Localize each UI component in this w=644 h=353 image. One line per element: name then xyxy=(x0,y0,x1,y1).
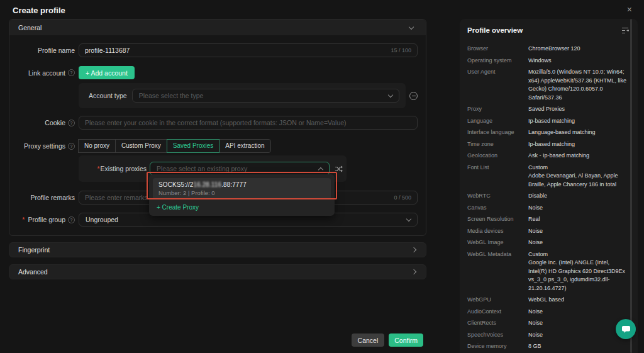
overview-row: AudioContext Noise xyxy=(467,308,629,317)
page-title: Create profile xyxy=(13,6,65,15)
overview-row-value: Ip-based matching xyxy=(528,117,629,126)
section-general-label: General xyxy=(18,24,42,31)
overview-row-value: Real xyxy=(528,215,629,224)
overview-row-label: Proxy xyxy=(467,105,528,114)
overview-row-value: Noise xyxy=(528,331,629,340)
profile-overview-panel: Profile overview Browser ChromeBrowser 1… xyxy=(460,19,638,353)
confirm-button[interactable]: Confirm xyxy=(389,333,423,347)
overview-row: WebRTC Disable xyxy=(467,192,629,201)
overview-row: SpeechVoices Noise xyxy=(467,331,629,340)
cancel-button[interactable]: Cancel xyxy=(352,333,385,347)
remove-account-icon[interactable] xyxy=(409,92,418,100)
overview-row: Device memory 8 GB xyxy=(467,342,629,351)
collapse-panel-icon[interactable] xyxy=(621,27,629,34)
overview-row: User Agent Mozilla/5.0 (Windows NT 10.0;… xyxy=(467,68,629,102)
chevron-right-icon xyxy=(411,247,416,252)
chevron-down-icon xyxy=(406,216,411,221)
overview-row-label: User Agent xyxy=(467,68,528,102)
overview-row: Browser ChromeBrowser 120 xyxy=(467,45,629,53)
overview-row-label: Geolocation xyxy=(467,152,528,160)
overview-row-value: Language-based matching xyxy=(528,128,629,137)
create-profile-form: General Profile name 15 / 100 Link accou… xyxy=(9,19,426,279)
proxy-option-meta: Number: 2 | Profile: 0 xyxy=(158,189,325,196)
overview-row-value: Noise xyxy=(528,238,629,247)
profile-group-label: * Profile group ? xyxy=(9,216,75,223)
overview-row: Operating system Windows xyxy=(467,57,629,65)
overview-row-value: Mozilla/5.0 (Windows NT 10.0; Win64; x64… xyxy=(528,68,629,102)
overview-row-value: Custom Google Inc. (Intel) ANGLE (Intel,… xyxy=(528,250,629,293)
overview-row: WebGL Metadata Custom Google Inc. (Intel… xyxy=(467,250,629,293)
overview-row-value: Ip-based matching xyxy=(528,140,629,149)
cookie-input[interactable] xyxy=(85,119,411,126)
overview-row: Screen Resolution Real xyxy=(467,215,629,224)
create-proxy-link[interactable]: + Create Proxy xyxy=(149,199,335,211)
link-account-label: Link account ? xyxy=(9,69,75,77)
overview-row: Media devices Noise xyxy=(467,227,629,236)
add-account-button[interactable]: + Add account xyxy=(79,66,135,79)
account-type-select[interactable]: Please select the type xyxy=(132,89,399,103)
overview-row: Proxy Saved Proxies xyxy=(467,105,629,114)
overview-row: Geolocation Ask - Ip-based matching xyxy=(467,152,629,160)
overview-row: Language Ip-based matching xyxy=(467,117,629,126)
dialog-footer: Cancel Confirm xyxy=(9,333,426,347)
overview-row-value: ChromeBrowser 120 xyxy=(528,45,629,53)
section-general-header[interactable]: General xyxy=(9,20,426,35)
proxy-mode-tab[interactable]: Custom Proxy xyxy=(115,139,167,153)
cookie-field-wrap xyxy=(79,116,418,130)
chevron-down-icon xyxy=(388,92,393,98)
overview-row-label: Canvas xyxy=(467,204,528,213)
info-icon[interactable]: ? xyxy=(68,120,75,126)
scrollbar[interactable] xyxy=(630,19,632,353)
overview-row: WebGPU WebGL based xyxy=(467,296,629,305)
overview-rows: Browser ChromeBrowser 120 Operating syst… xyxy=(467,45,629,353)
shuffle-proxy-icon[interactable] xyxy=(335,165,343,173)
proxy-mode-tab[interactable]: Saved Proxies xyxy=(167,139,219,153)
proxy-mode-tab[interactable]: No proxy xyxy=(78,139,116,153)
profile-name-counter: 15 / 100 xyxy=(391,47,411,53)
overview-row-label: Font List xyxy=(467,164,528,189)
section-fingerprint-header[interactable]: Fingerprint xyxy=(9,242,426,257)
proxy-option[interactable]: SOCKS5://216.28.116.88:7777 Number: 2 | … xyxy=(153,178,331,199)
close-icon[interactable]: × xyxy=(627,5,632,14)
overview-row: Canvas Noise xyxy=(467,204,629,213)
overview-row: WebGL Image Noise xyxy=(467,238,629,247)
overview-row-value: Noise xyxy=(528,319,629,328)
info-icon[interactable]: ? xyxy=(68,69,75,76)
overview-row-label: WebGL Image xyxy=(467,238,528,247)
overview-row-value: Noise xyxy=(528,227,629,236)
existing-proxies-select[interactable]: Please select an existing proxy xyxy=(150,162,330,176)
profile-name-field-wrap: 15 / 100 xyxy=(79,43,418,57)
proxy-settings-label: Proxy settings ? xyxy=(9,142,75,150)
overview-row-value: 8 GB xyxy=(528,342,629,351)
section-advanced-header[interactable]: Advanced xyxy=(9,264,426,279)
overview-row-value: Ask - Ip-based matching xyxy=(528,152,629,160)
overview-row-label: Time zone xyxy=(467,140,528,149)
cookie-label: Cookie ? xyxy=(9,119,75,126)
overview-row-value: Custom Adobe Devanagari, Al Bayan, Apple… xyxy=(528,164,629,189)
chat-icon xyxy=(621,325,631,333)
overview-row-value: Disable xyxy=(528,192,629,201)
proxy-dropdown: SOCKS5://216.28.116.88:7777 Number: 2 | … xyxy=(149,174,335,216)
chat-fab[interactable] xyxy=(616,319,636,339)
overview-row-value: WebGL based xyxy=(528,296,629,305)
overview-row-value: Noise xyxy=(528,308,629,317)
profile-name-input[interactable] xyxy=(85,47,386,54)
section-fingerprint-label: Fingerprint xyxy=(18,246,50,254)
overview-row-label: Interface language xyxy=(467,128,528,137)
overview-row-label: WebGPU xyxy=(467,296,528,305)
overview-row: Interface language Language-based matchi… xyxy=(467,128,629,137)
overview-row: Time zone Ip-based matching xyxy=(467,140,629,149)
chevron-down-icon xyxy=(409,24,414,29)
overview-row-label: WebRTC xyxy=(467,192,528,201)
chevron-right-icon xyxy=(411,269,416,274)
proxy-mode-tab[interactable]: API extraction xyxy=(219,139,270,153)
overview-row-label: SpeechVoices xyxy=(467,331,528,340)
info-icon[interactable]: ? xyxy=(68,216,75,223)
info-icon[interactable]: ? xyxy=(68,143,75,150)
profile-name-label: Profile name xyxy=(9,47,75,54)
overview-row-label: Browser xyxy=(467,45,528,53)
section-advanced-label: Advanced xyxy=(18,268,48,276)
overview-row-label: Media devices xyxy=(467,227,528,236)
overview-row-label: ClientRects xyxy=(467,319,528,328)
overview-row: ClientRects Noise xyxy=(467,319,629,328)
